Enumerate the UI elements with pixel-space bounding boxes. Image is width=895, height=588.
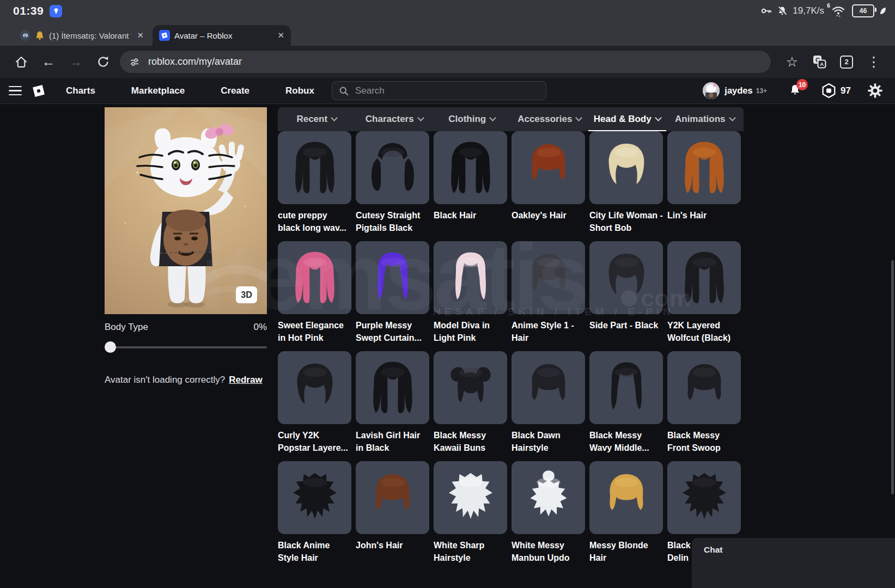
hair-icon xyxy=(675,358,734,417)
item-thumbnail[interactable] xyxy=(356,351,429,424)
address-bar[interactable]: roblox.com/my/avatar xyxy=(120,51,771,73)
kebab-menu-icon[interactable]: ⋮ xyxy=(860,54,887,70)
close-icon[interactable]: ✕ xyxy=(136,30,144,40)
item-card-lin-s-hair[interactable]: Lin's Hair xyxy=(667,131,741,241)
nav-item-marketplace[interactable]: Marketplace xyxy=(131,85,185,96)
tab-switcher[interactable]: 2 xyxy=(833,56,860,69)
item-card-black-hair[interactable]: Black Hair xyxy=(434,131,507,241)
item-card-lavish-girl-hair-in-black[interactable]: Lavish Girl Hair in Black xyxy=(356,351,429,461)
item-thumbnail[interactable] xyxy=(356,241,429,314)
item-card-sweet-elegance-in-hot-pink[interactable]: Sweet Elegance in Hot Pink xyxy=(278,241,351,351)
item-card-curly-y2k-popstar-layere[interactable]: Curly Y2K Popstar Layere... xyxy=(278,351,351,461)
item-card-black-messy-wavy-middle[interactable]: Black Messy Wavy Middle... xyxy=(589,351,663,461)
item-card-black-dawn-hairstyle[interactable]: Black Dawn Hairstyle xyxy=(512,351,585,461)
item-card-john-s-hair[interactable]: John's Hair xyxy=(356,461,429,571)
clock: 01:39 xyxy=(13,4,44,17)
notification-bell-icon[interactable]: 10 xyxy=(788,83,802,98)
item-thumbnail[interactable] xyxy=(667,351,741,424)
item-card-oakley-s-hair[interactable]: Oakley's Hair xyxy=(512,131,585,241)
item-thumbnail[interactable] xyxy=(434,351,507,424)
browser-tab-avatar-roblox[interactable]: Avatar – Roblox ✕ xyxy=(153,25,291,46)
item-thumbnail[interactable] xyxy=(667,241,741,314)
category-tab-characters[interactable]: Characters xyxy=(356,107,434,131)
item-thumbnail[interactable] xyxy=(667,461,741,534)
category-tab-accessories[interactable]: Accessories xyxy=(511,107,589,131)
item-card-white-sharp-hairstyle[interactable]: White Sharp Hairstyle xyxy=(434,461,507,571)
item-label: Cutesy Straight Pigtails Black xyxy=(356,209,429,234)
item-thumbnail[interactable] xyxy=(434,131,507,204)
item-card-city-life-woman-short-bob[interactable]: City Life Woman - Short Bob xyxy=(589,131,663,241)
item-thumbnail[interactable] xyxy=(278,241,351,314)
flashlight-notification-icon[interactable] xyxy=(50,5,62,17)
item-label: Black Hair xyxy=(434,209,507,222)
item-thumbnail[interactable] xyxy=(356,131,429,204)
item-thumbnail[interactable] xyxy=(512,461,585,534)
forward-button[interactable]: → xyxy=(62,54,89,70)
hamburger-menu-icon[interactable] xyxy=(9,86,22,96)
scrollbar-thumb[interactable] xyxy=(891,260,894,494)
close-icon[interactable]: ✕ xyxy=(276,30,284,40)
item-card-white-messy-manbun-updo[interactable]: White Messy Manbun Updo xyxy=(512,461,585,571)
nav-item-create[interactable]: Create xyxy=(221,85,249,96)
item-thumbnail[interactable] xyxy=(278,351,351,424)
item-thumbnail[interactable] xyxy=(434,461,507,534)
item-label: Lavish Girl Hair in Black xyxy=(356,429,429,454)
item-card-black-anime-style-hair[interactable]: Black Anime Style Hair xyxy=(278,461,351,571)
item-thumbnail[interactable] xyxy=(278,461,351,534)
item-thumbnail[interactable] xyxy=(278,131,351,204)
item-card-purple-messy-swept-curtain[interactable]: Purple Messy Swept Curtain... xyxy=(356,241,429,351)
category-tab-label: Accessories xyxy=(517,114,572,125)
item-card-black-messy-front-swoop[interactable]: Black Messy Front Swoop xyxy=(667,351,741,461)
item-thumbnail[interactable] xyxy=(356,461,429,534)
item-card-cutesy-straight-pigtails-black[interactable]: Cutesy Straight Pigtails Black xyxy=(356,131,429,241)
chevron-down-icon xyxy=(417,114,424,121)
robux-wallet[interactable]: 97 xyxy=(821,83,851,99)
item-card-messy-blonde-hair[interactable]: Messy Blonde Hair xyxy=(589,461,663,571)
item-card-anime-style-1-hair[interactable]: Anime Style 1 - Hair xyxy=(512,241,585,351)
item-thumbnail[interactable] xyxy=(589,241,663,314)
category-tab-label: Clothing xyxy=(448,114,486,125)
item-thumbnail[interactable] xyxy=(512,241,585,314)
notifications-muted-icon xyxy=(777,5,788,16)
slider-track[interactable] xyxy=(105,346,267,348)
category-tab-head-body[interactable]: Head & Body xyxy=(588,107,666,131)
item-card-model-diva-in-light-pink[interactable]: Model Diva in Light Pink xyxy=(434,241,507,351)
redraw-link[interactable]: Redraw xyxy=(229,375,262,385)
chat-panel[interactable]: Chat xyxy=(692,538,895,588)
avatar-3d-viewport[interactable]: 3D xyxy=(105,107,267,314)
settings-gear-icon[interactable] xyxy=(867,83,883,99)
category-tab-clothing[interactable]: Clothing xyxy=(433,107,511,131)
item-thumbnail[interactable] xyxy=(512,131,585,204)
search-input[interactable] xyxy=(354,85,539,97)
item-thumbnail[interactable] xyxy=(589,131,663,204)
roblox-logo[interactable] xyxy=(31,83,46,99)
username[interactable]: jaydes xyxy=(724,85,752,96)
back-button[interactable]: ← xyxy=(35,54,62,70)
item-card-black-messy-kawaii-buns[interactable]: Black Messy Kawaii Buns xyxy=(434,351,507,461)
nav-item-robux[interactable]: Robux xyxy=(285,85,314,96)
item-thumbnail[interactable] xyxy=(434,241,507,314)
item-thumbnail[interactable] xyxy=(512,351,585,424)
url-text[interactable]: roblox.com/my/avatar xyxy=(148,56,242,68)
item-thumbnail[interactable] xyxy=(589,461,663,534)
item-card-cute-preppy-black-long-wav[interactable]: cute preppy black long wav... xyxy=(278,131,351,241)
slider-thumb[interactable] xyxy=(105,341,116,353)
category-tab-recent[interactable]: Recent xyxy=(278,107,356,131)
user-avatar[interactable] xyxy=(703,82,720,99)
item-card-y2k-layered-wolfcut-black[interactable]: Y2K Layered Wolfcut (Black) xyxy=(667,241,741,351)
3d-toggle-button[interactable]: 3D xyxy=(236,286,257,303)
home-button[interactable] xyxy=(8,55,35,69)
item-card-side-part-black[interactable]: Side Part - Black xyxy=(589,241,663,351)
search-bar[interactable] xyxy=(332,81,546,100)
nav-item-charts[interactable]: Charts xyxy=(66,85,95,96)
reload-button[interactable] xyxy=(89,55,117,69)
body-type-slider[interactable] xyxy=(105,341,267,353)
bookmark-star-icon[interactable]: ☆ xyxy=(778,54,806,70)
item-thumbnail[interactable] xyxy=(589,351,663,424)
browser-tab-itemsatis[interactable]: (1) İtemsatış: Valorant VP ✕ xyxy=(13,25,150,46)
category-tab-animations[interactable]: Animations xyxy=(666,107,744,131)
translate-icon[interactable]: GA xyxy=(806,54,833,69)
item-thumbnail[interactable] xyxy=(667,131,741,204)
item-label: White Sharp Hairstyle xyxy=(434,539,507,564)
site-settings-icon[interactable] xyxy=(129,57,140,68)
